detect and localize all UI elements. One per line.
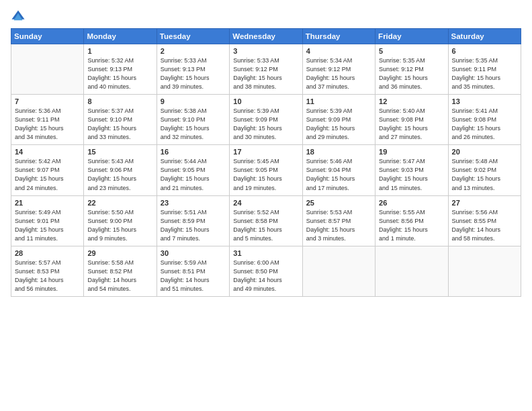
weekday-header-friday: Friday (375, 29, 448, 44)
calendar-cell: 1Sunrise: 5:32 AM Sunset: 9:13 PM Daylig… (84, 44, 157, 95)
calendar-cell: 7Sunrise: 5:36 AM Sunset: 9:11 PM Daylig… (11, 95, 84, 145)
week-row-1: 1Sunrise: 5:32 AM Sunset: 9:13 PM Daylig… (11, 44, 521, 95)
day-info: Sunrise: 5:42 AM Sunset: 9:07 PM Dayligh… (15, 157, 81, 192)
weekday-header-wednesday: Wednesday (230, 29, 302, 44)
weekday-header-tuesday: Tuesday (157, 29, 229, 44)
day-info: Sunrise: 5:52 AM Sunset: 8:58 PM Dayligh… (233, 208, 299, 243)
week-row-4: 21Sunrise: 5:49 AM Sunset: 9:01 PM Dayli… (11, 195, 521, 246)
day-number: 18 (306, 148, 372, 156)
day-number: 23 (161, 199, 226, 207)
calendar-cell: 3Sunrise: 5:33 AM Sunset: 9:12 PM Daylig… (230, 44, 302, 95)
day-info: Sunrise: 5:48 AM Sunset: 9:02 PM Dayligh… (452, 157, 518, 192)
day-info: Sunrise: 5:39 AM Sunset: 9:09 PM Dayligh… (233, 107, 299, 142)
calendar-cell: 2Sunrise: 5:33 AM Sunset: 9:13 PM Daylig… (157, 44, 229, 95)
day-number: 15 (87, 148, 153, 156)
day-info: Sunrise: 5:43 AM Sunset: 9:06 PM Dayligh… (87, 157, 153, 192)
day-info: Sunrise: 5:35 AM Sunset: 9:11 PM Dayligh… (452, 56, 518, 91)
calendar-cell (11, 44, 84, 95)
calendar-cell: 30Sunrise: 5:59 AM Sunset: 8:51 PM Dayli… (157, 246, 229, 296)
day-number: 19 (379, 148, 445, 156)
day-number: 3 (233, 47, 299, 55)
day-number: 21 (15, 199, 81, 207)
week-row-5: 28Sunrise: 5:57 AM Sunset: 8:53 PM Dayli… (11, 246, 521, 296)
day-number: 17 (233, 148, 299, 156)
day-info: Sunrise: 5:56 AM Sunset: 8:55 PM Dayligh… (452, 208, 518, 243)
calendar-cell: 4Sunrise: 5:34 AM Sunset: 9:12 PM Daylig… (302, 44, 375, 95)
calendar-cell: 28Sunrise: 5:57 AM Sunset: 8:53 PM Dayli… (11, 246, 84, 296)
day-info: Sunrise: 5:53 AM Sunset: 8:57 PM Dayligh… (306, 208, 372, 243)
day-info: Sunrise: 5:44 AM Sunset: 9:05 PM Dayligh… (161, 157, 226, 192)
calendar-cell: 15Sunrise: 5:43 AM Sunset: 9:06 PM Dayli… (84, 145, 157, 195)
page: SundayMondayTuesdayWednesdayThursdayFrid… (0, 0, 532, 411)
day-info: Sunrise: 6:00 AM Sunset: 8:50 PM Dayligh… (233, 259, 299, 293)
calendar-cell (448, 246, 521, 296)
calendar-cell: 9Sunrise: 5:38 AM Sunset: 9:10 PM Daylig… (157, 95, 229, 145)
calendar-cell (302, 246, 375, 296)
day-number: 14 (15, 148, 81, 156)
header (11, 7, 521, 24)
day-number: 22 (87, 199, 153, 207)
day-number: 20 (452, 148, 518, 156)
week-row-3: 14Sunrise: 5:42 AM Sunset: 9:07 PM Dayli… (11, 145, 521, 195)
day-info: Sunrise: 5:46 AM Sunset: 9:04 PM Dayligh… (306, 157, 372, 192)
day-number: 29 (87, 249, 153, 257)
week-row-2: 7Sunrise: 5:36 AM Sunset: 9:11 PM Daylig… (11, 95, 521, 145)
weekday-header-saturday: Saturday (448, 29, 521, 44)
day-number: 11 (306, 97, 372, 105)
weekday-header-sunday: Sunday (11, 29, 84, 44)
day-info: Sunrise: 5:57 AM Sunset: 8:53 PM Dayligh… (15, 259, 81, 293)
day-info: Sunrise: 5:59 AM Sunset: 8:51 PM Dayligh… (161, 259, 226, 293)
day-info: Sunrise: 5:47 AM Sunset: 9:03 PM Dayligh… (379, 157, 445, 192)
day-info: Sunrise: 5:50 AM Sunset: 9:00 PM Dayligh… (87, 208, 153, 243)
day-info: Sunrise: 5:51 AM Sunset: 8:59 PM Dayligh… (161, 208, 226, 243)
logo-icon (11, 9, 26, 24)
day-info: Sunrise: 5:37 AM Sunset: 9:10 PM Dayligh… (87, 107, 153, 142)
calendar-cell: 5Sunrise: 5:35 AM Sunset: 9:12 PM Daylig… (375, 44, 448, 95)
calendar-cell: 19Sunrise: 5:47 AM Sunset: 9:03 PM Dayli… (375, 145, 448, 195)
calendar-cell: 10Sunrise: 5:39 AM Sunset: 9:09 PM Dayli… (230, 95, 302, 145)
day-number: 1 (87, 47, 153, 55)
calendar-cell: 8Sunrise: 5:37 AM Sunset: 9:10 PM Daylig… (84, 95, 157, 145)
calendar-cell: 29Sunrise: 5:58 AM Sunset: 8:52 PM Dayli… (84, 246, 157, 296)
day-info: Sunrise: 5:55 AM Sunset: 8:56 PM Dayligh… (379, 208, 445, 243)
day-info: Sunrise: 5:32 AM Sunset: 9:13 PM Dayligh… (87, 56, 153, 91)
day-number: 2 (161, 47, 226, 55)
day-number: 16 (161, 148, 226, 156)
day-info: Sunrise: 5:58 AM Sunset: 8:52 PM Dayligh… (87, 259, 153, 293)
calendar-cell: 14Sunrise: 5:42 AM Sunset: 9:07 PM Dayli… (11, 145, 84, 195)
day-number: 31 (233, 249, 299, 257)
calendar-cell: 13Sunrise: 5:41 AM Sunset: 9:08 PM Dayli… (448, 95, 521, 145)
day-info: Sunrise: 5:34 AM Sunset: 9:12 PM Dayligh… (306, 56, 372, 91)
day-number: 26 (379, 199, 445, 207)
calendar-cell: 12Sunrise: 5:40 AM Sunset: 9:08 PM Dayli… (375, 95, 448, 145)
day-number: 28 (15, 249, 81, 257)
calendar-cell: 18Sunrise: 5:46 AM Sunset: 9:04 PM Dayli… (302, 145, 375, 195)
day-info: Sunrise: 5:49 AM Sunset: 9:01 PM Dayligh… (15, 208, 81, 243)
calendar-cell: 17Sunrise: 5:45 AM Sunset: 9:05 PM Dayli… (230, 145, 302, 195)
day-info: Sunrise: 5:38 AM Sunset: 9:10 PM Dayligh… (161, 107, 226, 142)
calendar-cell: 26Sunrise: 5:55 AM Sunset: 8:56 PM Dayli… (375, 195, 448, 246)
day-number: 7 (15, 97, 81, 105)
calendar-cell: 24Sunrise: 5:52 AM Sunset: 8:58 PM Dayli… (230, 195, 302, 246)
day-number: 8 (87, 97, 153, 105)
day-number: 10 (233, 97, 299, 105)
day-number: 9 (161, 97, 226, 105)
calendar-cell: 27Sunrise: 5:56 AM Sunset: 8:55 PM Dayli… (448, 195, 521, 246)
calendar-table: SundayMondayTuesdayWednesdayThursdayFrid… (11, 28, 521, 297)
calendar-cell: 21Sunrise: 5:49 AM Sunset: 9:01 PM Dayli… (11, 195, 84, 246)
day-info: Sunrise: 5:40 AM Sunset: 9:08 PM Dayligh… (379, 107, 445, 142)
weekday-header-thursday: Thursday (302, 29, 375, 44)
day-info: Sunrise: 5:35 AM Sunset: 9:12 PM Dayligh… (379, 56, 445, 91)
day-info: Sunrise: 5:45 AM Sunset: 9:05 PM Dayligh… (233, 157, 299, 192)
day-number: 4 (306, 47, 372, 55)
weekday-header-row: SundayMondayTuesdayWednesdayThursdayFrid… (11, 29, 521, 44)
calendar-cell: 16Sunrise: 5:44 AM Sunset: 9:05 PM Dayli… (157, 145, 229, 195)
day-number: 12 (379, 97, 445, 105)
day-info: Sunrise: 5:33 AM Sunset: 9:12 PM Dayligh… (233, 56, 299, 91)
day-number: 24 (233, 199, 299, 207)
day-number: 27 (452, 199, 518, 207)
day-number: 6 (452, 47, 518, 55)
calendar-cell: 31Sunrise: 6:00 AM Sunset: 8:50 PM Dayli… (230, 246, 302, 296)
day-info: Sunrise: 5:41 AM Sunset: 9:08 PM Dayligh… (452, 107, 518, 142)
day-number: 13 (452, 97, 518, 105)
